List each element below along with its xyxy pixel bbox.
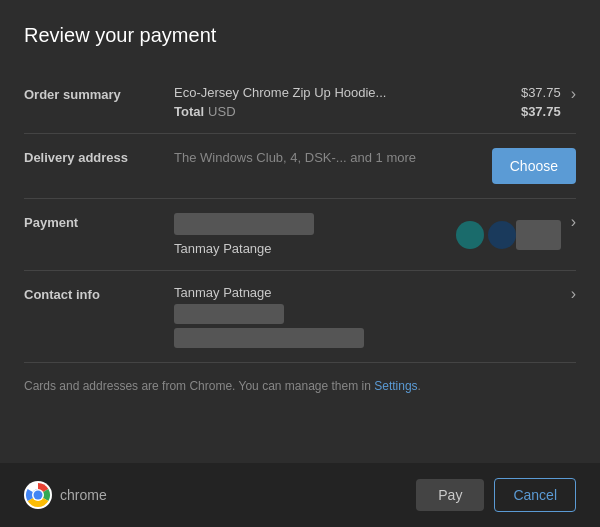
mc-circle-left [456, 221, 484, 249]
payment-section: Payment Tanmay Patange › [24, 199, 576, 271]
contact-name: Tanmay Patnage [174, 285, 561, 300]
chrome-label: chrome [60, 487, 107, 503]
payment-info: Tanmay Patange [174, 213, 456, 256]
footer-note-suffix: . [418, 379, 421, 393]
bottom-actions: Pay Cancel [416, 478, 576, 512]
mc-circle-right [488, 221, 516, 249]
mastercard-logo [456, 214, 516, 256]
order-item-name: Eco-Jersey Chrome Zip Up Hoodie... [174, 85, 386, 100]
svg-point-3 [34, 491, 43, 500]
order-total-currency: USD [208, 104, 235, 119]
pay-button[interactable]: Pay [416, 479, 484, 511]
footer-note: Cards and addresses are from Chrome. You… [24, 363, 576, 401]
contact-field-phone [174, 328, 364, 348]
contact-field-email [174, 304, 284, 324]
contact-label: Contact info [24, 285, 174, 302]
delivery-section: Delivery address The Windows Club, 4, DS… [24, 134, 576, 199]
payment-name: Tanmay Patange [174, 241, 456, 256]
card-mini-image [516, 220, 561, 250]
order-summary-arrow[interactable]: › [561, 85, 576, 103]
order-total-price: $37.75 [521, 104, 561, 119]
chrome-icon [24, 481, 52, 509]
delivery-label: Delivery address [24, 148, 174, 165]
payment-row: Tanmay Patange [174, 213, 561, 256]
payment-arrow[interactable]: › [561, 213, 576, 231]
chrome-logo: chrome [24, 481, 107, 509]
order-item-row: Eco-Jersey Chrome Zip Up Hoodie... $37.7… [174, 85, 561, 100]
choose-button[interactable]: Choose [492, 148, 576, 184]
payment-label: Payment [24, 213, 174, 230]
dialog-title: Review your payment [24, 24, 576, 47]
delivery-address-text: The Windows Club, 4, DSK-... and 1 more [174, 148, 492, 165]
settings-link[interactable]: Settings [374, 379, 417, 393]
contact-section: Contact info Tanmay Patnage › [24, 271, 576, 363]
payment-card-placeholder [174, 213, 314, 235]
delivery-content: The Windows Club, 4, DSK-... and 1 more [174, 148, 492, 165]
contact-content: Tanmay Patnage [174, 285, 561, 348]
order-total-row: Total USD $37.75 [174, 104, 561, 119]
order-summary-rows: Eco-Jersey Chrome Zip Up Hoodie... $37.7… [174, 85, 561, 119]
contact-arrow[interactable]: › [561, 285, 576, 303]
order-summary-section: Order summary Eco-Jersey Chrome Zip Up H… [24, 71, 576, 134]
footer-note-prefix: Cards and addresses are from Chrome. You… [24, 379, 374, 393]
order-summary-label: Order summary [24, 85, 174, 102]
order-total-label: Total [174, 104, 204, 119]
bottom-bar: chrome Pay Cancel [0, 463, 600, 527]
cancel-button[interactable]: Cancel [494, 478, 576, 512]
order-item-price: $37.75 [521, 85, 561, 100]
payment-dialog: Review your payment Order summary Eco-Je… [0, 0, 600, 463]
